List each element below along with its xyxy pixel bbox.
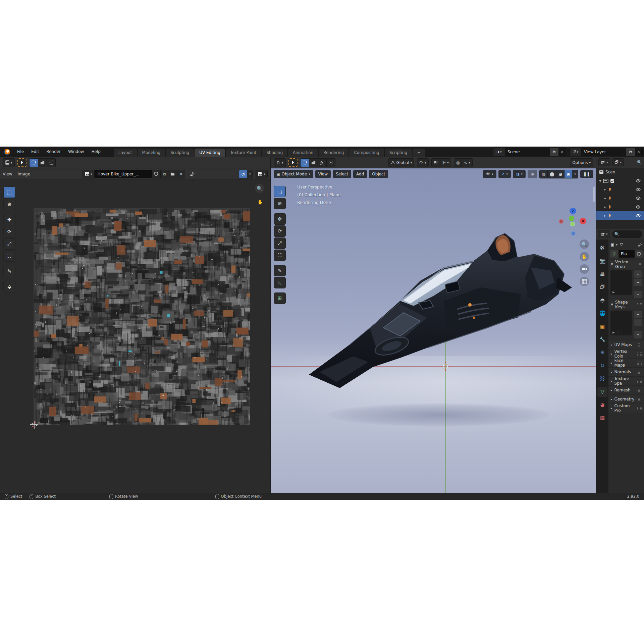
nav-gizmo[interactable]: Z X [559, 207, 587, 235]
vp-tool-cursor-icon[interactable]: ⊕ [274, 198, 286, 209]
tab-object-icon[interactable]: ▣ [597, 321, 607, 331]
gizmo-x-axis[interactable]: X [580, 218, 586, 224]
vp-camera-view-icon[interactable] [580, 264, 589, 274]
vp-zoom-icon[interactable]: 🔍 [580, 239, 589, 249]
tab-uv-editing[interactable]: UV Editing [195, 149, 225, 157]
properties-type-icon[interactable]: ▾ [598, 230, 610, 238]
vp-menu-view[interactable]: View [315, 170, 331, 178]
vp-menu-add[interactable]: Add [353, 170, 367, 178]
outliner-scene-row[interactable]: Scen [596, 168, 644, 176]
outliner-search-icon[interactable]: 🔍 [637, 160, 642, 165]
panel-uv-maps[interactable]: ▸UV Maps [608, 340, 644, 349]
outliner-object-row[interactable]: ▸ [596, 203, 644, 211]
eye-icon[interactable] [636, 188, 641, 191]
uv-tool-transform-icon[interactable]: ⛶ [3, 250, 15, 262]
vgroup-add-button[interactable]: ＋ [634, 270, 642, 278]
uv-tool-cursor-icon[interactable]: ⊕ [3, 199, 15, 210]
vp-select-box-icon[interactable] [309, 158, 318, 167]
uv-menu-view[interactable]: View [3, 172, 12, 176]
vgroup-specials-icon[interactable]: ▾ [634, 291, 642, 298]
panel-custom-properties[interactable]: ▸Custom Pro [608, 404, 644, 413]
uv-tweak-tool-icon[interactable] [17, 158, 26, 167]
vp-tool-rotate-icon[interactable]: ⟳ [274, 225, 286, 237]
vgroup-remove-button[interactable]: − [634, 279, 642, 286]
view-layer-name[interactable]: View Layer [581, 150, 626, 154]
shading-dropdown-icon[interactable]: ▾ [572, 170, 578, 178]
menu-edit[interactable]: Edit [28, 147, 43, 157]
tab-shading[interactable]: Shading [262, 149, 287, 157]
image-fake-user-icon[interactable] [152, 170, 161, 178]
shading-material-icon[interactable]: ◕ [556, 170, 564, 178]
mesh-name-field[interactable]: Pla [619, 250, 635, 258]
vp-tweak-tool-icon[interactable] [288, 158, 298, 167]
uv-select-face-icon[interactable] [47, 158, 56, 167]
shapekey-add-button[interactable]: ＋ [634, 311, 642, 318]
outliner-collection-row[interactable]: ▼ [596, 176, 644, 185]
uv-tool-move-icon[interactable]: ✥ [3, 214, 15, 225]
image-unlink-icon[interactable]: ✕ [177, 170, 185, 178]
tab-animation[interactable]: Animation [288, 149, 318, 157]
outliner-object-row[interactable]: ▸ [596, 185, 644, 194]
uv-select-edge-icon[interactable] [38, 158, 47, 167]
orientation-dropdown[interactable]: Global ▾ [388, 158, 415, 167]
uv-tool-rotate-icon[interactable]: ⟳ [3, 226, 15, 237]
tab-compositing[interactable]: Compositing [349, 149, 384, 157]
eye-icon[interactable] [636, 205, 641, 209]
tab-scene-icon[interactable]: ◓ [597, 295, 607, 305]
properties-search-input[interactable]: 🔍 [612, 230, 642, 238]
uv-menu-image[interactable]: Image [17, 172, 30, 176]
gizmo-toggle-icon[interactable]: ↗▾ [498, 170, 511, 178]
tab-render-icon[interactable]: 📷 [597, 256, 607, 266]
shading-solid-icon[interactable]: ⬤ [548, 170, 556, 178]
tab-modifiers-icon[interactable]: 🔧 [597, 334, 607, 344]
panel-normals[interactable]: ▸Normals [608, 367, 644, 376]
uv-tool-annotate-icon[interactable]: ✎ [3, 266, 15, 277]
vp-menu-select[interactable]: Select [333, 170, 351, 178]
uv-tool-select-box-icon[interactable]: ⬚ [3, 186, 15, 198]
outliner-type-icon[interactable]: ▾ [598, 158, 610, 166]
pause-render-icon[interactable]: ❚❚ [580, 170, 593, 178]
tab-rendering[interactable]: Rendering [319, 149, 348, 157]
eye-icon[interactable] [636, 197, 641, 200]
vp-tool-annotate-icon[interactable]: ✎ [274, 265, 286, 276]
vp-tool-measure-icon[interactable]: ◺ [274, 277, 286, 288]
scene-name[interactable]: Scene [505, 150, 550, 154]
view-layer-browse-icon[interactable]: 🗇▾ [570, 148, 581, 156]
view-layer-new-icon[interactable]: ⧉ [626, 148, 635, 156]
vertex-groups-listbox[interactable]: ▶⁚⁚⁚⁚ [610, 270, 632, 295]
gizmo-z-axis[interactable]: Z [570, 208, 576, 214]
menu-window[interactable]: Window [64, 147, 88, 157]
visibility-dropdown-icon[interactable]: 👁▾ [483, 170, 496, 178]
panel-vertex-colors[interactable]: ▸Vertex Colo [608, 349, 644, 358]
options-dropdown[interactable]: Options▾ [570, 158, 593, 167]
vp-scrollbar[interactable] [593, 186, 595, 202]
gizmo-y-axis[interactable] [569, 216, 574, 221]
uv-tool-scale-icon[interactable]: ⤢ [3, 238, 15, 250]
vp-tool-add-cube-icon[interactable]: ⊞ [274, 292, 286, 304]
eye-icon[interactable] [636, 179, 641, 182]
eye-icon[interactable] [636, 214, 641, 217]
vp-menu-object[interactable]: Object [369, 170, 388, 178]
vp-select-tweak-icon[interactable] [300, 158, 309, 167]
shape-keys-listbox[interactable]: ▶⁚⁚⁚⁚ [610, 311, 632, 335]
tab-add-workspace[interactable]: + [413, 149, 425, 157]
tab-layout[interactable]: Layout [114, 149, 137, 157]
tab-world-icon[interactable]: 🌐 [597, 308, 607, 318]
tab-texture-paint[interactable]: Texture Paint [226, 149, 261, 157]
outliner-object-row[interactable]: ▸ [596, 194, 644, 203]
xray-toggle-icon[interactable]: ▣ [528, 170, 537, 178]
tab-output-icon[interactable]: 🖶 [597, 269, 607, 279]
snap-magnet-icon[interactable] [431, 158, 440, 167]
blender-logo-icon[interactable] [4, 149, 10, 155]
gizmo-x-neg[interactable] [559, 219, 564, 224]
gizmo-z-neg[interactable] [571, 231, 576, 236]
outliner-filter-icon[interactable]: 🗇▾ [612, 158, 624, 166]
vp-tool-select-box-icon[interactable]: ⬚ [274, 186, 286, 197]
panel-shape-keys[interactable]: ▼Shape Keys [608, 300, 644, 309]
tab-particles-icon[interactable]: ✳ [597, 347, 607, 358]
snap-target-icon[interactable]: ⊩▾ [440, 158, 451, 167]
scene-unlink-icon[interactable]: ✕ [558, 148, 566, 156]
tab-modeling[interactable]: Modeling [138, 149, 165, 157]
uv-select-vertex-icon[interactable] [29, 158, 38, 167]
uv-overlay-sphere-icon[interactable]: ◔ [239, 170, 247, 178]
